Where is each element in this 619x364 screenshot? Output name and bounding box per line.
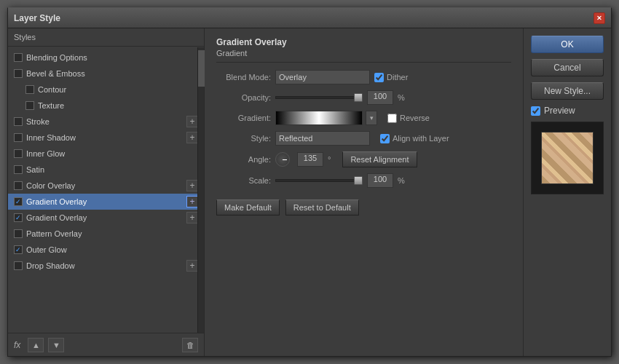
gradient-overlay-1-checkbox[interactable]: [14, 197, 23, 206]
satin-checkbox[interactable]: [14, 165, 23, 174]
reverse-checkbox-label[interactable]: Reverse: [387, 114, 430, 123]
scale-input[interactable]: [367, 173, 393, 188]
reverse-label: Reverse: [400, 114, 430, 122]
dialog-body: Styles Blending Options Bevel & Emboss: [8, 28, 611, 356]
stroke-checkbox[interactable]: [14, 117, 23, 126]
cancel-button[interactable]: Cancel: [531, 59, 604, 76]
blend-mode-row: Blend Mode: Overlay Normal Multiply Scre…: [216, 70, 511, 84]
inner-glow-label: Inner Glow: [26, 149, 65, 158]
blending-options-checkbox[interactable]: [14, 53, 23, 62]
opacity-slider-thumb[interactable]: [354, 93, 363, 102]
move-down-button[interactable]: ▼: [48, 338, 64, 352]
preview-thumbnail: [541, 132, 594, 184]
align-label: Align with Layer: [393, 134, 449, 143]
color-overlay-add-button[interactable]: +: [186, 180, 198, 191]
inner-shadow-add-button[interactable]: +: [186, 132, 198, 143]
outer-glow-label: Outer Glow: [26, 245, 67, 254]
reset-to-default-button[interactable]: Reset to Default: [285, 199, 359, 215]
satin-label: Satin: [26, 165, 44, 174]
angle-row: Angle: ° Reset Alignment: [216, 151, 511, 167]
contour-checkbox[interactable]: [25, 85, 34, 94]
sidebar-item-bevel-emboss[interactable]: Bevel & Emboss: [8, 66, 204, 82]
drop-shadow-label: Drop Shadow: [26, 261, 75, 270]
scale-value-input[interactable]: [371, 175, 390, 183]
sidebar-item-drop-shadow[interactable]: Drop Shadow +: [8, 258, 204, 274]
bottom-toolbar: fx ▲ ▼ 🗑: [8, 333, 204, 356]
opacity-unit: %: [398, 93, 405, 102]
scale-row: Scale: %: [216, 173, 511, 188]
angle-label: Angle:: [216, 155, 271, 164]
opacity-row: Opacity: %: [216, 90, 511, 105]
close-button[interactable]: ✕: [594, 12, 605, 24]
opacity-input[interactable]: [367, 90, 393, 105]
sidebar-item-pattern-overlay[interactable]: Pattern Overlay: [8, 226, 204, 242]
align-checkbox[interactable]: [380, 134, 390, 143]
angle-unit: °: [328, 155, 331, 164]
styles-list: Blending Options Bevel & Emboss Contour: [8, 47, 204, 333]
dither-checkbox[interactable]: [374, 73, 384, 82]
section-subtitle: Gradient: [216, 49, 511, 63]
gradient-overlay-2-checkbox[interactable]: [14, 213, 23, 222]
style-label: Style:: [216, 134, 271, 143]
drop-shadow-add-button[interactable]: +: [186, 260, 198, 272]
section-title: Gradient Overlay: [216, 37, 511, 47]
sidebar-item-gradient-overlay-1[interactable]: Gradient Overlay +: [8, 194, 204, 210]
opacity-slider-track: [275, 96, 363, 99]
style-select[interactable]: Reflected Linear Radial Angle Diamond: [275, 131, 370, 146]
scale-slider-track: [275, 179, 363, 182]
inner-shadow-checkbox[interactable]: [14, 133, 23, 142]
angle-value-input[interactable]: [301, 154, 320, 162]
gradient-preview[interactable]: [275, 111, 363, 125]
blend-mode-dropdown[interactable]: Overlay Normal Multiply Screen: [279, 73, 366, 82]
new-style-button[interactable]: New Style...: [531, 82, 604, 100]
gradient-picker[interactable]: ▾: [275, 111, 377, 125]
pattern-overlay-checkbox[interactable]: [14, 229, 23, 238]
dither-checkbox-label[interactable]: Dither: [374, 73, 408, 82]
stroke-label: Stroke: [26, 117, 50, 126]
sidebar-item-satin[interactable]: Satin: [8, 162, 204, 178]
angle-input[interactable]: [297, 152, 323, 167]
gradient-overlay-1-add-button[interactable]: +: [186, 196, 198, 207]
contour-label: Contour: [38, 85, 66, 94]
align-checkbox-label[interactable]: Align with Layer: [380, 134, 449, 143]
scale-slider[interactable]: [275, 175, 363, 186]
inner-shadow-label: Inner Shadow: [26, 133, 76, 142]
sidebar-item-blending-options[interactable]: Blending Options: [8, 50, 204, 66]
move-up-button[interactable]: ▲: [28, 338, 44, 352]
sidebar-item-inner-glow[interactable]: Inner Glow: [8, 146, 204, 162]
sidebar-item-contour[interactable]: Contour: [8, 82, 204, 98]
ok-button[interactable]: OK: [531, 36, 604, 53]
dialog-title: Layer Style: [14, 13, 60, 23]
color-overlay-checkbox[interactable]: [14, 181, 23, 190]
opacity-slider[interactable]: [275, 92, 363, 103]
opacity-label: Opacity:: [216, 93, 271, 102]
gradient-row: Gradient: ▾ Reverse: [216, 111, 511, 125]
sidebar-item-texture[interactable]: Texture: [8, 98, 204, 114]
bevel-emboss-checkbox[interactable]: [14, 69, 23, 78]
sidebar-item-color-overlay[interactable]: Color Overlay +: [8, 178, 204, 194]
blending-options-label: Blending Options: [26, 53, 87, 62]
inner-glow-checkbox[interactable]: [14, 149, 23, 158]
texture-checkbox[interactable]: [25, 101, 34, 110]
sidebar-item-outer-glow[interactable]: Outer Glow: [8, 242, 204, 258]
reverse-checkbox[interactable]: [387, 114, 397, 123]
drop-shadow-checkbox[interactable]: [14, 261, 23, 270]
angle-dial[interactable]: [275, 152, 290, 167]
sidebar-item-gradient-overlay-2[interactable]: Gradient Overlay +: [8, 210, 204, 226]
sidebar-item-stroke[interactable]: Stroke +: [8, 114, 204, 130]
style-dropdown[interactable]: Reflected Linear Radial Angle Diamond: [279, 134, 366, 143]
blend-mode-select[interactable]: Overlay Normal Multiply Screen: [275, 70, 370, 84]
left-panel-scrollbar[interactable]: [197, 47, 204, 333]
gradient-dropdown-arrow[interactable]: ▾: [366, 111, 377, 125]
reset-alignment-button[interactable]: Reset Alignment: [342, 151, 417, 167]
scale-slider-thumb[interactable]: [354, 176, 363, 185]
opacity-value-input[interactable]: [371, 92, 390, 100]
gradient-overlay-2-add-button[interactable]: +: [186, 212, 198, 223]
preview-checkbox[interactable]: [531, 106, 540, 116]
make-default-button[interactable]: Make Default: [216, 199, 280, 215]
texture-label: Texture: [38, 101, 64, 110]
stroke-add-button[interactable]: +: [186, 116, 198, 127]
delete-button[interactable]: 🗑: [182, 338, 198, 352]
sidebar-item-inner-shadow[interactable]: Inner Shadow +: [8, 130, 204, 146]
outer-glow-checkbox[interactable]: [14, 245, 23, 254]
